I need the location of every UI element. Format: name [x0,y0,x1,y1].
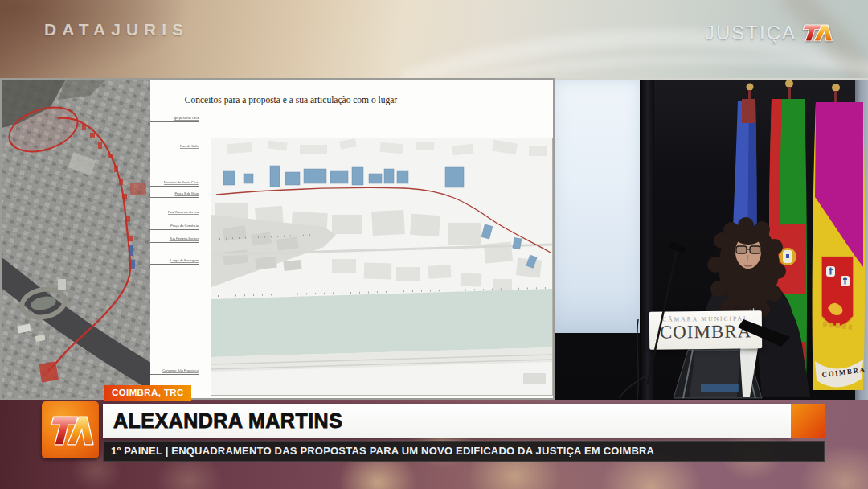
map-label: Largo da Portagem [150,257,210,267]
top-banner: DATAJURIS JUSTIÇA [0,0,868,78]
location-badge: COIMBRA, TRC [104,385,191,401]
ta-channel-logo-icon [800,20,833,45]
channel-brand: JUSTIÇA [705,20,833,45]
map-label: Rua Visconde da Luz [150,209,210,219]
map-label: Mosteiro de Santa Cruz [150,179,210,189]
aerial-photo-coimbra [2,80,150,398]
map-label: Praça 8 de Maio [150,191,210,200]
ta-logo-icon [47,409,94,452]
topic-bar: 1º PAINEL | ENQUADRAMENTO DAS PROPOSTAS … [103,441,825,462]
speaker-name: ALEXANDRA MARTINS [113,404,791,438]
mondego-river [211,289,552,357]
map-label: Igreja Santa Cruz [150,115,210,125]
urban-plan-map [211,138,553,396]
podium-sign: CÂMARA MUNICIPAL COIMBRA [649,310,762,349]
topic-text: 1º PAINEL | ENQUADRAMENTO DAS PROPOSTAS … [111,442,824,461]
slide-title: Conceitos para a proposta e a sua articu… [154,95,428,105]
channel-brand-text: JUSTIÇA [705,22,796,44]
map-label: Rua Ferreira Borges [150,236,210,245]
projection-screen [553,80,641,333]
podium-sign-line2: COIMBRA [649,322,762,341]
speaker-figure [659,199,852,400]
name-bar-orange-cap [791,404,825,438]
map-label: Praça do Comércio [150,223,210,232]
watermark-datajuris: DATAJURIS [44,20,189,39]
map-label: Convento São Francisco [150,368,210,377]
ta-logo-square [42,401,99,458]
speaker-name-bar: ALEXANDRA MARTINS [103,404,791,438]
presentation-slide: Conceitos para a proposta e a sua articu… [0,78,555,400]
broadcast-frame: DATAJURIS JUSTIÇA [0,0,868,489]
map-label: Rua da Sofia [150,143,210,153]
